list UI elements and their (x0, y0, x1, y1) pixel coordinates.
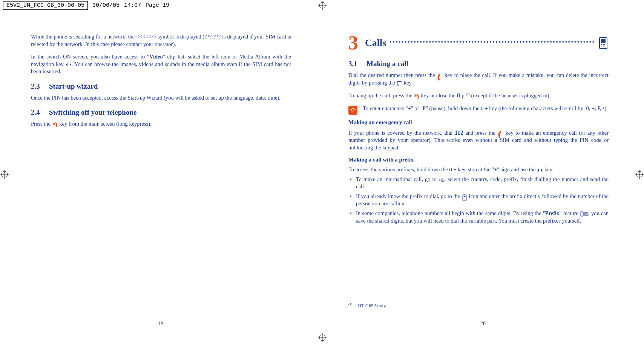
prefix-keypad-icon (580, 211, 588, 217)
list-item: If you already know the prefix to dial, … (348, 193, 609, 208)
footnote-mark: (1) (348, 302, 353, 306)
phone-direct-icon (462, 194, 468, 200)
chapter-title: Calls (365, 37, 386, 49)
svg-point-21 (604, 46, 605, 46)
svg-point-38 (584, 214, 585, 215)
svg-point-36 (585, 213, 586, 214)
page-spread: While the phone is searching for a netwo… (0, 22, 644, 331)
lightbulb-tip-icon (348, 106, 357, 115)
header-filename: E5V2_UM_FCC-GB_30-06-05 (3, 1, 88, 10)
section-number: 3.1 (348, 60, 366, 68)
text-fragment: To enter characters "+" or "P" (pause), … (363, 105, 481, 111)
footnote: (1)OT-C652 only. (348, 302, 387, 309)
svg-point-35 (584, 213, 585, 214)
body-text: While the phone is searching for a netwo… (31, 33, 291, 48)
svg-point-16 (601, 44, 602, 45)
page-left: While the phone is searching for a netwo… (0, 22, 322, 331)
emergency-number: 112 (455, 129, 463, 136)
zero-plus-key-icon: 0 + (449, 167, 456, 172)
svg-point-24 (352, 108, 354, 111)
text-fragment: key. (543, 166, 553, 172)
list-item: In some companies, telephone numbers all… (348, 210, 609, 225)
tip-callout: To enter characters "+" or "P" (pause), … (348, 105, 609, 115)
registration-mark-icon (318, 333, 327, 342)
page-number: 19 (0, 321, 322, 327)
nav-left-right-icon (537, 168, 543, 173)
registration-mark-icon (318, 1, 327, 10)
text-fragment: key. (402, 80, 412, 86)
svg-rect-33 (580, 212, 583, 216)
list-item: To make an international call, go to +, … (348, 176, 609, 191)
text-fragment: and press the (463, 130, 497, 136)
header-time: 14:07 (124, 2, 141, 9)
leader-dots (390, 41, 594, 43)
phone-badge-icon (598, 37, 609, 49)
text-fragment: In some companies, telephone numbers all… (356, 210, 545, 216)
page-number: 20 (322, 321, 644, 327)
body-text: In the switch ON screen, you also have a… (31, 53, 291, 75)
text-fragment: Dial the desired number then press the (348, 72, 437, 78)
section-number: 2.4 (31, 108, 49, 117)
body-text: Dial the desired number then press the k… (348, 72, 609, 86)
call-key-icon (497, 131, 503, 136)
text-fragment: key (the following characters will scrol… (488, 105, 608, 111)
nav-left-right-icon (66, 62, 72, 67)
bold-term: Video (149, 54, 163, 60)
text-fragment: To make an international call, go to (356, 176, 439, 182)
bold-term: Prefix (545, 210, 560, 216)
body-text: To hang up the call, press the key or cl… (348, 92, 609, 99)
svg-point-40 (586, 214, 587, 215)
text-fragment: In the switch ON screen, you also have a… (31, 54, 149, 60)
svg-point-20 (603, 46, 604, 46)
text-fragment: To hang up the call, press the (348, 92, 414, 98)
chapter-heading: 3 Calls (348, 33, 609, 53)
svg-point-17 (603, 44, 604, 45)
svg-rect-32 (464, 195, 466, 197)
body-text: Press the key from the main screen (long… (31, 120, 291, 128)
svg-point-19 (601, 46, 602, 46)
bullet-list: To make an international call, go to +, … (348, 176, 609, 225)
svg-point-18 (604, 44, 605, 45)
section-heading: 2.3Start-up wizard (31, 82, 291, 91)
zero-plus-key-icon: 0 + (481, 106, 488, 111)
chapter-number: 3 (348, 33, 358, 53)
call-key-icon (437, 73, 443, 78)
body-text: If your phone is covered by the network,… (348, 129, 609, 152)
section-heading: 3.1Making a call (348, 60, 609, 68)
body-text: To access the various prefixes, hold dow… (348, 166, 609, 174)
page-right: 3 Calls 3.1Making a call Dial the desire… (322, 22, 644, 331)
text-fragment: key from the main screen (long keypress)… (58, 121, 152, 127)
sub-heading: Making a call with a prefix (348, 157, 609, 163)
section-number: 2.3 (31, 82, 49, 91)
text-fragment: key or close the flip (420, 92, 466, 98)
section-title: Start-up wizard (49, 82, 98, 90)
body-text: Once the PIN has been accepted, access t… (31, 94, 291, 102)
text-fragment: To access the various prefixes, hold dow… (348, 166, 449, 172)
text-fragment: " feature (559, 210, 580, 216)
sub-heading: Making an emergency call (348, 119, 609, 126)
text-fragment: (except if the headset is plugged in). (470, 92, 550, 98)
section-title: Switching off your telephone (49, 108, 136, 116)
svg-text:+: + (439, 178, 441, 182)
header-page-label: Page 19 (146, 2, 169, 9)
header-date: 30/06/05 (92, 2, 120, 9)
power-end-key-icon (414, 94, 420, 99)
plus-globe-icon: + (439, 177, 445, 182)
svg-point-39 (585, 214, 586, 215)
text-fragment: Press the (31, 121, 52, 127)
section-heading: 2.4Switching off your telephone (31, 108, 291, 117)
section-title: Making a call (366, 60, 408, 68)
power-end-key-icon (52, 122, 58, 127)
tip-text: To enter characters "+" or "P" (pause), … (363, 105, 608, 112)
svg-rect-15 (601, 39, 606, 43)
footnote-ref: (1) (466, 92, 470, 96)
footnote-text: OT-C652 only. (358, 303, 387, 308)
text-fragment: key, stop at the "+" sign and use the (456, 166, 537, 172)
svg-point-37 (586, 213, 587, 214)
text-fragment: If you already know the prefix to dial, … (356, 193, 462, 199)
clear-key-icon (396, 80, 402, 86)
text-fragment: If your phone is covered by the network,… (348, 130, 455, 136)
